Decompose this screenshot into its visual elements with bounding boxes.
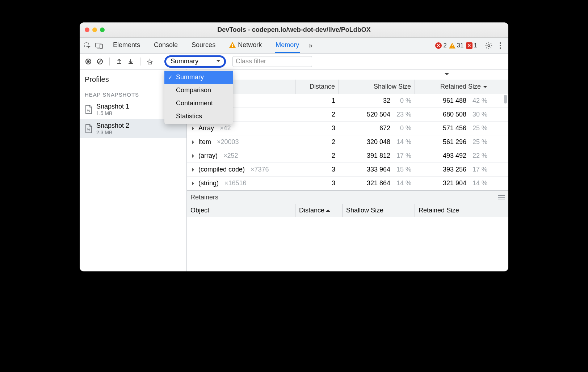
row-count: ×16516 bbox=[224, 179, 247, 187]
row-shallow-pct: 0 % bbox=[395, 124, 411, 132]
row-retained-pct: 14 % bbox=[471, 179, 487, 187]
row-shallow-pct: 14 % bbox=[395, 138, 411, 146]
svg-point-12 bbox=[87, 60, 90, 63]
warning-icon bbox=[229, 42, 236, 48]
row-shallow-pct: 15 % bbox=[395, 166, 411, 173]
row-shallow: 333 964 bbox=[367, 166, 390, 173]
record-icon[interactable] bbox=[83, 56, 93, 67]
tab-elements[interactable]: Elements bbox=[112, 38, 141, 53]
more-tabs-button[interactable]: » bbox=[308, 41, 312, 50]
row-distance: 2 bbox=[332, 152, 335, 160]
heap-table: ://cdpn.io 1 320 % 961 48842 % 26 2 520 … bbox=[187, 94, 508, 190]
row-distance: 3 bbox=[332, 124, 335, 132]
table-row[interactable]: (array)×252 2 391 81217 % 493 49222 % bbox=[187, 149, 508, 163]
col-retained-size[interactable]: Retained Size bbox=[415, 80, 491, 94]
column-filter-icon[interactable] bbox=[445, 73, 449, 77]
save-profile-icon[interactable] bbox=[126, 56, 136, 67]
separator bbox=[140, 58, 140, 65]
tab-console[interactable]: Console bbox=[153, 38, 178, 53]
col-distance[interactable]: Distance bbox=[295, 80, 339, 94]
menu-item-statistics[interactable]: Statistics bbox=[164, 110, 233, 123]
expand-icon[interactable] bbox=[192, 140, 196, 144]
expand-icon[interactable] bbox=[192, 181, 196, 186]
svg-rect-4 bbox=[232, 46, 233, 47]
svg-rect-6 bbox=[452, 47, 453, 47]
tab-memory[interactable]: Memory bbox=[275, 38, 300, 53]
row-shallow: 320 048 bbox=[367, 138, 390, 146]
row-retained: 571 456 bbox=[443, 124, 466, 132]
retainers-title: Retainers bbox=[190, 194, 218, 201]
expand-icon[interactable] bbox=[192, 154, 196, 158]
snapshot-size: 1.5 MB bbox=[96, 110, 129, 116]
error-icon: ✕ bbox=[435, 42, 442, 49]
retainers-header: Retainers bbox=[187, 190, 508, 204]
svg-rect-3 bbox=[232, 44, 233, 46]
table-row[interactable]: 26 2 520 50423 % 680 50830 % bbox=[187, 108, 508, 122]
row-shallow: 520 504 bbox=[367, 111, 390, 118]
load-profile-icon[interactable] bbox=[114, 56, 124, 67]
menu-item-summary[interactable]: Summary bbox=[164, 71, 233, 84]
table-row[interactable]: (string)×16516 3 321 86414 % 321 90414 % bbox=[187, 177, 508, 190]
row-distance: 1 bbox=[332, 97, 335, 105]
retainers-menu-icon[interactable] bbox=[498, 195, 505, 199]
snapshot-icon: % bbox=[85, 124, 93, 134]
retainers-empty-body bbox=[187, 217, 508, 271]
svg-point-10 bbox=[500, 47, 501, 49]
collect-garbage-icon[interactable] bbox=[145, 56, 155, 67]
col-shallow-size[interactable]: Shallow Size bbox=[339, 80, 415, 94]
window-title: DevTools - codepen.io/web-dot-dev/live/P… bbox=[80, 26, 508, 34]
row-distance: 2 bbox=[332, 138, 335, 146]
row-name: (compiled code) bbox=[198, 166, 245, 173]
row-shallow-pct: 0 % bbox=[395, 97, 411, 105]
breakpoint-count: 1 bbox=[474, 42, 477, 49]
separator bbox=[109, 58, 110, 65]
menu-item-containment[interactable]: Containment bbox=[164, 97, 233, 110]
device-toolbar-icon[interactable] bbox=[94, 41, 104, 51]
row-count: ×7376 bbox=[251, 166, 269, 173]
snapshot-size: 2.3 MB bbox=[96, 130, 129, 135]
svg-point-8 bbox=[500, 42, 501, 44]
row-shallow: 672 bbox=[379, 124, 390, 132]
perspective-dropdown[interactable]: Summary bbox=[164, 55, 226, 68]
more-options-icon[interactable] bbox=[495, 41, 505, 51]
issue-counters[interactable]: ✕2 31 ✕1 bbox=[435, 42, 477, 49]
row-name: (string) bbox=[198, 179, 219, 187]
sort-asc-icon bbox=[326, 207, 330, 212]
table-row[interactable]: Array×42 3 6720 % 571 45625 % bbox=[187, 122, 508, 135]
warning-count: 31 bbox=[457, 42, 464, 49]
tab-sources[interactable]: Sources bbox=[191, 38, 216, 53]
row-count: ×252 bbox=[223, 152, 238, 160]
row-shallow: 321 864 bbox=[367, 179, 390, 187]
row-name: Array bbox=[198, 124, 214, 132]
error-count: 2 bbox=[443, 42, 446, 49]
retainers-col-object[interactable]: Object bbox=[187, 204, 295, 217]
svg-rect-5 bbox=[452, 45, 453, 46]
sort-desc-icon bbox=[483, 86, 487, 90]
row-shallow: 391 812 bbox=[367, 152, 390, 160]
table-row[interactable]: (compiled code)×7376 3 333 96415 % 393 2… bbox=[187, 163, 508, 177]
svg-text:%: % bbox=[87, 128, 90, 132]
expand-icon[interactable] bbox=[192, 126, 196, 131]
row-distance: 2 bbox=[332, 111, 335, 118]
memory-toolbar: Summary Summary Comparison Containment S… bbox=[80, 54, 508, 69]
clear-icon[interactable] bbox=[95, 56, 105, 67]
settings-icon[interactable] bbox=[484, 41, 494, 51]
tab-network[interactable]: Network bbox=[228, 38, 262, 53]
svg-text:%: % bbox=[87, 109, 90, 113]
retainers-col-retained[interactable]: Retained Size bbox=[415, 204, 487, 217]
retainers-col-distance[interactable]: Distance bbox=[295, 204, 343, 217]
class-filter-input[interactable] bbox=[232, 56, 312, 67]
retainers-col-shallow[interactable]: Shallow Size bbox=[343, 204, 415, 217]
row-retained: 321 904 bbox=[443, 179, 466, 187]
scrollbar-thumb[interactable] bbox=[504, 95, 507, 103]
perspective-menu: Summary Comparison Containment Statistic… bbox=[164, 70, 233, 124]
table-row[interactable]: ://cdpn.io 1 320 % 961 48842 % bbox=[187, 94, 508, 108]
menu-item-comparison[interactable]: Comparison bbox=[164, 84, 233, 97]
table-row[interactable]: Item×20003 2 320 04814 % 561 29625 % bbox=[187, 135, 508, 149]
row-retained: 393 256 bbox=[443, 166, 466, 173]
svg-line-14 bbox=[98, 60, 102, 63]
perspective-selected-label: Summary bbox=[171, 58, 198, 65]
inspect-element-icon[interactable] bbox=[83, 41, 93, 51]
expand-icon[interactable] bbox=[192, 168, 196, 172]
breakpoint-icon: ✕ bbox=[466, 42, 472, 49]
